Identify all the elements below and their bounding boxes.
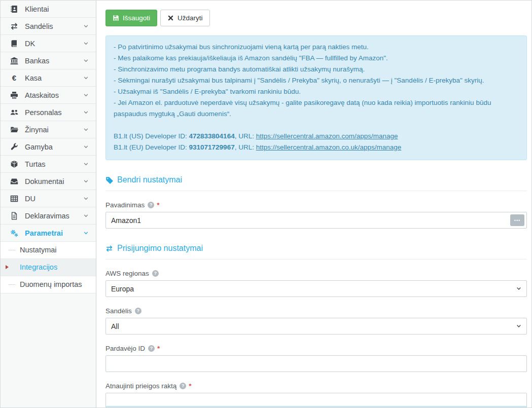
wrench-icon xyxy=(10,143,19,151)
table-icon xyxy=(10,195,19,203)
chevron-down-icon xyxy=(83,109,89,115)
chevron-down-icon xyxy=(83,75,89,81)
required-asterisk: * xyxy=(157,345,160,352)
sidebar-item-kasa[interactable]: €Kasa xyxy=(1,69,96,87)
save-button-label: Išsaugoti xyxy=(123,14,150,22)
save-button[interactable]: Išsaugoti xyxy=(105,10,157,26)
sidebar-item-zinynai[interactable]: Žinynai xyxy=(1,121,96,138)
required-asterisk: * xyxy=(157,201,159,209)
sidebar-item-deklaravimas[interactable]: Deklaravimas xyxy=(1,207,96,225)
chevron-down-icon xyxy=(83,92,89,98)
section-title-text: Prisijungimo nustatymai xyxy=(117,244,203,253)
exchange-icon xyxy=(105,245,113,252)
save-icon xyxy=(113,15,119,21)
info-box: - Po patvirtinimo užsakymai bus sinchron… xyxy=(105,35,527,160)
section-divider xyxy=(105,191,527,191)
sidebar-item-label: Gamyba xyxy=(25,143,83,151)
sidebar-item-du[interactable]: DU xyxy=(1,190,96,207)
sidebar-item-sandelis[interactable]: Sandėlis xyxy=(1,18,96,35)
chevron-down-icon xyxy=(83,178,89,184)
section-title-text: Bendri nustatymai xyxy=(117,175,182,184)
section-title-general: Bendri nustatymai xyxy=(105,175,527,184)
chevron-down-icon xyxy=(83,144,89,150)
sidebar-item-turtas[interactable]: Turtas xyxy=(1,156,96,173)
help-icon[interactable]: ? xyxy=(148,345,155,352)
chevron-down-icon xyxy=(83,161,89,167)
close-button[interactable]: Uždaryti xyxy=(160,10,210,26)
sidebar-item-dk[interactable]: DK xyxy=(1,35,96,52)
cube-icon xyxy=(10,160,19,168)
chevron-down-icon xyxy=(83,127,89,132)
book-icon xyxy=(10,40,19,48)
developer-id-line: B1.lt (US) Developer ID: 472833804164, U… xyxy=(114,131,519,142)
sidebar-item-personalas[interactable]: Personalas xyxy=(1,104,96,121)
aws-region-label: AWS regionas xyxy=(105,270,149,277)
inbox-icon xyxy=(10,177,19,186)
developer-id-value: 931071729967 xyxy=(189,143,235,151)
info-line: - Mes palaikome kas prekiauja/iškeliauja… xyxy=(114,53,519,64)
sidebar-item-label: Klientai xyxy=(25,5,89,13)
info-line: - Sinchronizavimo metu programa bandys a… xyxy=(114,64,519,75)
help-icon[interactable]: ? xyxy=(135,308,141,314)
pavadinimas-input[interactable] xyxy=(105,212,527,229)
aws-region-select[interactable]: Europa xyxy=(105,280,527,297)
developer-id-line: B1.lt (EU) Developer ID: 931071729967, U… xyxy=(114,142,519,153)
prieigos-raktas-input[interactable] xyxy=(105,393,527,407)
info-line: - Užsakymai iš "Sandėlis / E-prekyba" tv… xyxy=(114,86,519,97)
main-content: Išsaugoti Uždaryti - Po patvirtinimo užs… xyxy=(96,1,531,407)
sidebar-item-label: Personalas xyxy=(25,108,83,117)
sidebar-item-label: Dokumentai xyxy=(25,177,83,186)
pardavejo-id-label: Pardavėjo ID xyxy=(105,345,145,352)
toolbar: Išsaugoti Uždaryti xyxy=(105,10,527,26)
caret-right-icon xyxy=(6,265,9,269)
help-icon[interactable]: ? xyxy=(180,383,186,389)
cogs-icon xyxy=(10,229,19,237)
sidebar-item-parametrai[interactable]: Parametrai xyxy=(1,225,96,242)
close-icon xyxy=(167,15,174,21)
sidebar-item-label: Sandėlis xyxy=(25,22,83,30)
sidebar-item-dokumentai[interactable]: Dokumentai xyxy=(1,173,96,190)
aws-region-field: AWS regionas ? Europa xyxy=(105,270,527,297)
developer-id-prefix: B1.lt (EU) Developer ID: xyxy=(114,143,189,151)
info-lines: - Po patvirtinimo užsakymai bus sinchron… xyxy=(114,42,519,120)
sidebar-item-bankas[interactable]: Bankas xyxy=(1,52,96,69)
ellipsis-button[interactable]: ••• xyxy=(510,214,524,226)
developer-lines: B1.lt (US) Developer ID: 472833804164, U… xyxy=(114,131,519,153)
sidebar-subitem-label: Integracijos xyxy=(20,263,57,271)
users-icon xyxy=(10,108,19,117)
prieigos-raktas-label: Atnaujinti prieigos raktą xyxy=(105,382,176,390)
close-button-label: Uždaryti xyxy=(178,14,203,22)
sidebar-item-label: Turtas xyxy=(25,160,83,168)
sellercentral-link[interactable]: https://sellercentral.amazon.com/apps/ma… xyxy=(256,132,398,140)
pardavejo-id-input[interactable] xyxy=(105,355,527,372)
pavadinimas-label: Pavadinimas xyxy=(105,201,145,209)
pavadinimas-field: Pavadinimas ? * ••• xyxy=(105,201,527,229)
sidebar-subitem-label: Nustatymai xyxy=(20,246,57,254)
info-line: - Jei Amazon el. parduotuvė neperdavė vi… xyxy=(114,97,519,120)
section-title-connection: Prisijungimo nustatymai xyxy=(105,244,527,253)
info-line: - Po patvirtinimo užsakymai bus sinchron… xyxy=(114,42,519,53)
sidebar-subitem-duomenu-importas[interactable]: Duomenų importas xyxy=(1,276,96,293)
chevron-down-icon xyxy=(83,58,89,63)
sidebar-subitem-integracijos[interactable]: Integracijos xyxy=(1,259,96,276)
bank-icon xyxy=(10,57,19,65)
sidebar-item-ataskaitos[interactable]: Ataskaitos xyxy=(1,87,96,104)
chevron-down-icon xyxy=(83,230,89,236)
sidebar-item-label: Parametrai xyxy=(25,229,83,237)
sidebar-item-klientai[interactable]: Klientai xyxy=(1,1,96,18)
sidebar-subitem-nustatymai[interactable]: Nustatymai xyxy=(1,242,96,259)
sellercentral-link[interactable]: https://sellercentral.amazon.co.uk/apps/… xyxy=(256,143,402,151)
developer-url-label: , URL: xyxy=(235,143,256,151)
sidebar-item-label: Žinynai xyxy=(25,126,83,134)
address-book-icon xyxy=(10,5,19,13)
sidebar-item-gamyba[interactable]: Gamyba xyxy=(1,138,96,156)
chevron-down-icon xyxy=(83,213,89,218)
sidebar-item-label: DU xyxy=(25,195,83,203)
help-icon[interactable]: ? xyxy=(148,202,154,208)
sidebar-subitem-label: Duomenų importas xyxy=(20,280,82,288)
sandelis-select[interactable]: All xyxy=(105,318,527,335)
section-divider xyxy=(105,259,527,259)
sidebar-item-label: Kasa xyxy=(25,74,83,82)
euro-icon: € xyxy=(10,74,19,82)
help-icon[interactable]: ? xyxy=(152,270,159,277)
